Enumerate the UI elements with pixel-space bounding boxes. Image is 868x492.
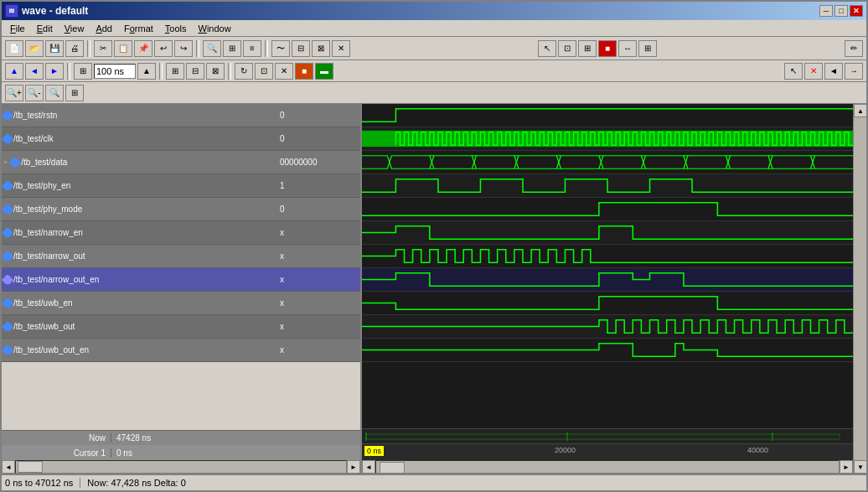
diamond-narrow_out xyxy=(2,251,13,261)
signal-row-clk[interactable]: /tb_test/clk 0 xyxy=(2,127,360,151)
new-button[interactable]: 📄 xyxy=(5,40,23,57)
signal-value-narrow_en: x xyxy=(276,228,360,237)
refresh-btn[interactable]: ↻ xyxy=(235,63,253,80)
cursor6-btn[interactable]: ⊞ xyxy=(638,40,657,57)
wave-row-phy_en[interactable] xyxy=(362,174,853,198)
wave-row-uwb_out_en[interactable] xyxy=(362,339,853,362)
scroll-up-btn[interactable]: ▲ xyxy=(854,104,866,117)
cursor7-btn[interactable]: ↖ xyxy=(784,63,803,80)
separator-5 xyxy=(159,63,163,80)
wave1-button[interactable]: 〜 xyxy=(271,40,290,57)
wave-row-narrow_out[interactable] xyxy=(362,245,853,268)
zoom-full-btn[interactable]: ⊞ xyxy=(65,85,84,101)
status-bar: 0 ns to 47012 ns Now: 47,428 ns Delta: 0 xyxy=(2,474,866,490)
cursor4-btn[interactable]: ■ xyxy=(598,40,617,57)
signal-row-phy_mode[interactable]: /tb_test/phy_mode 0 xyxy=(2,198,360,221)
wave-row-narrow_en[interactable] xyxy=(362,221,853,245)
signal-row-phy_en[interactable]: /tb_test/phy_en 1 xyxy=(2,174,360,198)
wave-row-narrow_out_en[interactable] xyxy=(362,268,853,292)
extra-btn[interactable]: ✏ xyxy=(845,40,863,57)
find2-button[interactable]: ⊞ xyxy=(223,40,241,57)
cursor9-btn[interactable]: ◄ xyxy=(824,63,843,80)
cursor2-btn[interactable]: ⊡ xyxy=(558,40,576,57)
right-scrollbar: ▲ ▼ xyxy=(853,104,866,474)
scroll-right-btn[interactable]: ► xyxy=(347,460,360,474)
title-bar-left: ≋ wave - default xyxy=(5,4,88,18)
up-button[interactable]: ▲ xyxy=(5,63,23,80)
wave-row-rstn[interactable] xyxy=(362,104,853,127)
wave-row-uwb_out[interactable] xyxy=(362,315,853,339)
menu-add[interactable]: Add xyxy=(90,22,117,35)
cursor3-btn[interactable]: ⊞ xyxy=(578,40,597,57)
sig1-btn[interactable]: ⊞ xyxy=(166,63,184,80)
menu-view[interactable]: View xyxy=(59,22,90,35)
scroll-v-track[interactable] xyxy=(854,117,866,460)
signal-row-uwb_en[interactable]: /tb_test/uwb_en x xyxy=(2,292,360,315)
stop-btn[interactable]: ⊡ xyxy=(255,63,273,80)
scroll-track-left[interactable] xyxy=(15,460,347,474)
toolbar-1: 📄 📂 💾 🖨 ✂ 📋 📌 ↩ ↪ 🔍 ⊞ ≡ 〜 ⊟ ⊠ ✕ ↖ ⊡ ⊞ ■ … xyxy=(2,37,866,60)
menu-edit[interactable]: Edit xyxy=(32,22,58,35)
zoom-in-btn[interactable]: 🔍+ xyxy=(5,85,23,101)
signal-row-narrow_out_en[interactable]: /tb_test/narrow_out_en x xyxy=(2,268,360,292)
wave-row-uwb_en[interactable] xyxy=(362,292,853,315)
wave-row-phy_mode[interactable] xyxy=(362,198,853,221)
menu-format[interactable]: Format xyxy=(119,22,158,35)
open-button[interactable]: 📂 xyxy=(25,40,44,57)
wave-svg-clk xyxy=(362,127,853,150)
cursor10-btn[interactable]: → xyxy=(845,63,863,80)
minimize-button[interactable]: ─ xyxy=(819,5,833,17)
copy-button[interactable]: 📋 xyxy=(114,40,132,57)
wave-scroll-left[interactable]: ◄ xyxy=(362,460,375,474)
wave2-button[interactable]: ⊟ xyxy=(292,40,310,57)
color-btn[interactable]: ■ xyxy=(295,63,313,80)
signal-row-narrow_out[interactable]: /tb_test/narrow_out x xyxy=(2,245,360,268)
signal-row-data[interactable]: + /tb_test/data 00000000 xyxy=(2,151,360,174)
wave-scroll-right[interactable]: ► xyxy=(840,460,853,474)
wave3-button[interactable]: ⊠ xyxy=(312,40,330,57)
save-button[interactable]: 💾 xyxy=(45,40,64,57)
cut-button[interactable]: ✂ xyxy=(94,40,112,57)
find-button[interactable]: 🔍 xyxy=(203,40,221,57)
wave-scroll-track[interactable] xyxy=(375,460,840,474)
sig3-btn[interactable]: ⊠ xyxy=(206,63,225,80)
cursor5-btn[interactable]: ↔ xyxy=(618,40,637,57)
menu-file[interactable]: File xyxy=(5,22,30,35)
scroll-left-btn[interactable]: ◄ xyxy=(2,460,15,474)
time-up[interactable]: ▲ xyxy=(137,63,156,80)
signal-row-uwb_out[interactable]: /tb_test/uwb_out x xyxy=(2,315,360,339)
time-input[interactable] xyxy=(94,64,136,79)
scroll-down-btn[interactable]: ▼ xyxy=(854,460,866,474)
wave5-btn[interactable]: ✕ xyxy=(275,63,293,80)
expand-icon-data[interactable]: + xyxy=(3,158,8,167)
wave6-btn[interactable]: ▬ xyxy=(315,63,333,80)
wave4-button[interactable]: ✕ xyxy=(332,40,350,57)
maximize-button[interactable]: □ xyxy=(834,5,848,17)
signal-row-narrow_en[interactable]: /tb_test/narrow_en x xyxy=(2,221,360,245)
snap-button[interactable]: ⊞ xyxy=(74,63,92,80)
signal-row-rstn[interactable]: /tb_test/rstn 0 xyxy=(2,104,360,127)
sig2-btn[interactable]: ⊟ xyxy=(186,63,204,80)
print-button[interactable]: 🖨 xyxy=(65,40,84,57)
menu-window[interactable]: Window xyxy=(194,22,236,35)
wave-row-data[interactable] xyxy=(362,151,853,174)
menu-tools[interactable]: Tools xyxy=(160,22,192,35)
separator-4 xyxy=(67,63,70,80)
wave-svg-narrow_en xyxy=(362,221,853,244)
diamond-uwb_en xyxy=(2,298,13,308)
wave-row-clk[interactable] xyxy=(362,127,853,151)
paste-button[interactable]: 📌 xyxy=(134,40,152,57)
fwd-button[interactable]: ► xyxy=(45,63,64,80)
zoom-out-btn[interactable]: 🔍- xyxy=(25,85,44,101)
cursor-btn[interactable]: ↖ xyxy=(538,40,556,57)
undo-button[interactable]: ↩ xyxy=(154,40,173,57)
close-button[interactable]: ✕ xyxy=(850,5,863,17)
find3-button[interactable]: ≡ xyxy=(243,40,261,57)
zoom-sel-btn[interactable]: 🔍 xyxy=(45,85,64,101)
redo-button[interactable]: ↪ xyxy=(174,40,193,57)
signal-row-uwb_out_en[interactable]: /tb_test/uwb_out_en x xyxy=(2,339,360,362)
back-button[interactable]: ◄ xyxy=(25,63,44,80)
diamond-rstn xyxy=(2,111,13,120)
cursor8-btn[interactable]: ✕ xyxy=(804,63,823,80)
wave-now-row xyxy=(362,428,853,443)
